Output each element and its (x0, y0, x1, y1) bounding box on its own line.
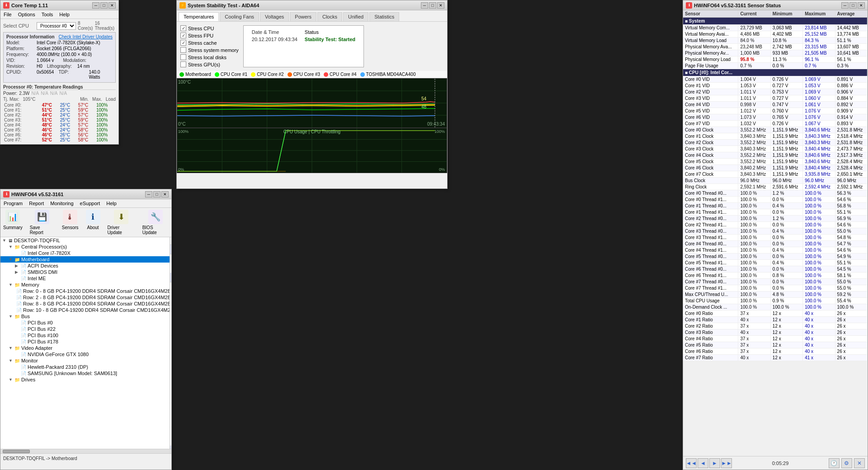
tree-item[interactable]: ▼📁Central Processor(s) (0, 244, 170, 250)
processor-select[interactable]: Processor #0 (37, 22, 76, 30)
menu-help[interactable]: Help (58, 11, 71, 18)
menu-options[interactable]: Options (17, 11, 37, 18)
driver-update-button[interactable]: ⬇ Driver Update (108, 210, 135, 235)
footer-close-icon[interactable]: ✕ (854, 458, 865, 468)
aida-maximize[interactable]: □ (429, 2, 436, 9)
tree-item[interactable]: ▶📄SMBIOS DMI (0, 269, 170, 275)
tree-item[interactable]: 📄Row: 0 - 8 GB PC4-19200 DDR4 SDRAM Cors… (0, 288, 170, 294)
tree-item[interactable]: 📄Row: 2 - 8 GB PC4-19200 DDR4 SDRAM Cors… (0, 294, 170, 301)
stress-mem-checkbox[interactable] (180, 47, 186, 53)
summary-button[interactable]: 📊 Summary (3, 210, 23, 235)
stress-gpu-checkbox[interactable] (180, 61, 186, 67)
hwinfo-close[interactable]: ✕ (161, 191, 169, 197)
sensor-minimum: 0.726 V (770, 121, 802, 127)
aida-close[interactable]: ✕ (437, 2, 444, 9)
tree-item[interactable]: 📄Hewlett-Packard 2310 (DP) (0, 364, 170, 370)
save-report-button[interactable]: 💾 Save Report (30, 210, 55, 235)
tab-voltages[interactable]: Voltages (260, 12, 289, 21)
sensor-maximum: 40 x (803, 342, 835, 348)
maximize-button[interactable]: □ (100, 2, 108, 9)
tab-cooling-fans[interactable]: Cooling Fans (220, 12, 259, 21)
tab-statistics[interactable]: Statistics (369, 12, 399, 21)
nav-last[interactable]: ►► (721, 458, 732, 468)
nav-prev[interactable]: ◄ (698, 458, 708, 468)
tree-item[interactable]: ▼📁Monitor (0, 357, 170, 364)
tree-item[interactable]: 📄Intel Core i7-7820X (0, 250, 170, 256)
sensor-minimum: 0.727 V (770, 95, 802, 102)
cpuid-label: CPUID: (6, 70, 36, 80)
core-temp-row: Core #1: 51°C 25°C 59°C 100% (3, 108, 116, 113)
tree-item[interactable]: 📄PCI Bus #22 (0, 326, 170, 332)
hwinfo-maximize[interactable]: □ (153, 191, 160, 197)
menu-program[interactable]: Program (2, 200, 24, 207)
sensor-body[interactable]: Sensor Current Minimum Maximum Average ■… (683, 10, 868, 456)
stress-cpu-checkbox[interactable]: ✓ (180, 25, 186, 31)
tree-item[interactable]: 📄Row: 10 - 8 GB PC4-19200 DDR4 SDRAM Cor… (0, 307, 170, 313)
sensor-data-row: Core #4 VID 0.998 V 0.747 V 1.061 V 0.89… (683, 102, 868, 108)
cpuid-row: CPUID: 0x50654 (6, 70, 54, 80)
tree-item[interactable]: 📄PCI Bus #100 (0, 332, 170, 338)
tree-item[interactable]: ▼📁Video Adapter (0, 345, 170, 351)
platform-val: Socket 2066 (FCLGA2066) (37, 46, 91, 51)
sensor-current: 100.0 % (738, 235, 770, 241)
footer-clock-icon[interactable]: 🕐 (829, 458, 840, 468)
menu-help-hw[interactable]: Help (105, 200, 118, 207)
bios-update-button[interactable]: 🔧 BIOS Update (142, 210, 169, 235)
sensor-minimize[interactable]: ─ (841, 2, 849, 9)
hwinfo-sensor-window: ℹ HWiNFO64 v5.52-3161 Sensor Status ─ □ … (683, 0, 868, 470)
sensor-data-row: Core #3 Thread #0... 100.0 % 0.4 % 100.0… (683, 228, 868, 235)
menu-tools[interactable]: Tools (40, 11, 55, 18)
tree-item[interactable]: 📄Row: 8 - 8 GB PC4-19200 DDR4 SDRAM Cors… (0, 301, 170, 307)
sensor-average: 2,650.1 MHz (835, 171, 867, 178)
sensor-name: Core #4 Ratio (683, 336, 738, 342)
sensor-average: 0.892 V (835, 102, 867, 108)
sensor-data-row: Physical Memory Load 95.8 % 11.3 % 96.1 … (683, 56, 868, 63)
tree-item[interactable]: 📄Intel ME (0, 275, 170, 282)
close-button[interactable]: ✕ (108, 2, 116, 9)
footer-settings-icon[interactable]: ⚙ (841, 458, 852, 468)
aida-minimize[interactable]: ─ (421, 2, 428, 9)
nav-next[interactable]: ► (709, 458, 720, 468)
tree-item[interactable]: ▼📁Bus (0, 313, 170, 320)
sensor-maximize[interactable]: □ (849, 2, 857, 9)
tree-item[interactable]: ▼📁Motherboard (0, 256, 170, 263)
tab-clocks[interactable]: Clocks (317, 12, 342, 21)
tab-temperatures[interactable]: Temperatures (179, 12, 219, 21)
nav-first[interactable]: ◄◄ (686, 458, 697, 468)
stress-cache-checkbox[interactable]: ✓ (180, 40, 186, 46)
sensor-thead: Sensor Current Minimum Maximum Average (683, 10, 868, 18)
intel-driver-link[interactable]: Check Intel Driver Updates (59, 34, 113, 39)
horizontal-scrollbar[interactable] (0, 449, 171, 453)
tree-item[interactable]: 📄NVIDIA GeForce GTX 1080 (0, 351, 170, 357)
tab-powers[interactable]: Powers (290, 12, 316, 21)
sensor-close[interactable]: ✕ (858, 2, 865, 9)
about-button[interactable]: ℹ About (86, 210, 100, 235)
tree-item[interactable]: ▼📁Memory (0, 282, 170, 288)
legend-item: CPU Core #1 (215, 72, 247, 77)
tree-item[interactable]: ▼🖥DESKTOP-TDQFFIL (0, 237, 170, 244)
stress-disk-checkbox[interactable] (180, 54, 186, 60)
hwinfo-minimize[interactable]: ─ (145, 191, 152, 197)
tree-item[interactable]: ▶📄ACPI Devices (0, 263, 170, 269)
sensor-current: 100.0 % (738, 266, 770, 273)
sensor-tbody: ■ System Virtual Memory Com... 23,729 MB… (683, 18, 868, 361)
sensors-button[interactable]: 🌡 Sensors (62, 210, 79, 235)
menu-esupport[interactable]: eSupport (79, 200, 102, 207)
chart1-time: 09:43:34 (427, 122, 445, 127)
tree-item[interactable]: 📄PCI Bus #0 (0, 320, 170, 326)
sensor-title: HWiNFO64 v5.52-3161 Sensor Status (694, 3, 781, 8)
tree-item[interactable]: 📄PCI Bus #178 (0, 338, 170, 345)
menu-monitoring[interactable]: Monitoring (49, 200, 75, 207)
sensor-maximum: 100.0 % (803, 222, 835, 228)
sensor-current: 1.073 V (738, 114, 770, 121)
sensor-average: 2,528.4 MHz (835, 165, 867, 171)
menu-file[interactable]: File (2, 11, 13, 18)
tab-unified[interactable]: Unified (343, 12, 368, 21)
menu-report[interactable]: Report (28, 200, 45, 207)
sensor-current: 1.011 V (738, 95, 770, 102)
tree-item[interactable]: ▼📁Drives (0, 376, 170, 383)
hw-tree[interactable]: ▼🖥DESKTOP-TDQFFIL▼📁Central Processor(s)📄… (0, 237, 170, 449)
tree-item[interactable]: 📄SAMSUNG [Unknown Model: SAM0613] (0, 370, 170, 376)
stress-fpu-checkbox[interactable]: ✓ (180, 33, 186, 38)
minimize-button[interactable]: ─ (92, 2, 99, 9)
